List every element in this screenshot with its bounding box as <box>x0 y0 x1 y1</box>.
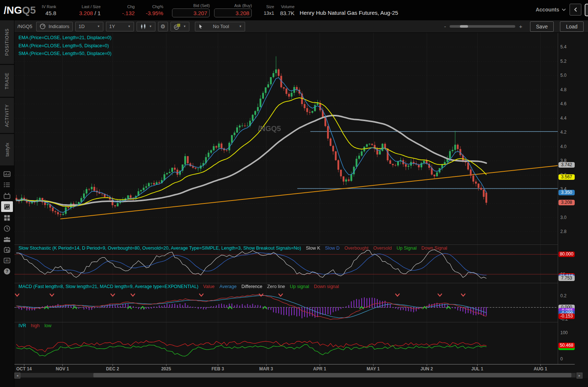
chg-field: Chg -.132 <box>122 4 135 17</box>
volume-field: Volume 83.7K <box>280 4 295 17</box>
scroll-right-button[interactable]: ► <box>577 373 582 379</box>
collapse-panel-button[interactable] <box>570 4 581 16</box>
zoom-in-button[interactable]: + <box>519 23 522 30</box>
chart-area: EMA (Price=CLOSE, Length=21, Displace=0)… <box>14 33 588 373</box>
time-axis-label: MAR 3 <box>259 366 273 371</box>
ask-button[interactable]: 3.208 <box>214 8 252 17</box>
chart-icon[interactable] <box>1 201 13 212</box>
time-axis[interactable]: OCT 14NOV 1DEC 22025FEB 3MAR 3APR 1MAY 1… <box>14 364 575 373</box>
sidebar-tab-positions[interactable]: POSITIONS <box>0 20 14 64</box>
axis-tick-label: 4.2 <box>560 130 567 135</box>
community-people-icon[interactable] <box>0 234 14 244</box>
iv-rank-field: IV Rank 45.8 <box>42 4 56 17</box>
iv-rank-label: IV Rank <box>42 4 56 10</box>
timeframe-value: 1D <box>79 24 85 29</box>
axis-tick-label: 100 <box>560 330 568 335</box>
cursor-icon <box>198 24 203 30</box>
bid-label: Bid (Sell) <box>193 3 210 8</box>
chevron-down-icon: ▼ <box>239 25 242 28</box>
ask-field: Ask (Buy) 3.208 <box>214 3 252 17</box>
axis-tick-label: 5.4 <box>560 44 567 49</box>
candlestick-icon <box>140 24 147 30</box>
trading-app-window: /NGQ5 IV Rank 45.8 Last / Size 3.208 / 1… <box>0 0 588 387</box>
bid-button[interactable]: 3.207 <box>172 8 210 17</box>
time-tick <box>266 364 267 366</box>
sidebar-tab-activity[interactable]: ACTIVITY <box>0 98 14 133</box>
bid-field: Bid (Sell) 3.207 <box>172 3 210 17</box>
chevron-down-icon: ▼ <box>128 25 131 28</box>
time-tick <box>373 364 374 366</box>
chevron-down-icon <box>562 8 566 11</box>
svg-text:?: ? <box>6 269 8 274</box>
dashboard-grid-icon[interactable] <box>0 212 14 223</box>
price-axis[interactable]: 5.45.25.04.84.64.44.24.03.83.63.43.23.02… <box>558 33 575 364</box>
scroll-left-button[interactable]: ◄ <box>14 373 20 379</box>
time-tick <box>427 364 427 366</box>
iv-rank-value: 45.8 <box>45 10 56 17</box>
time-tick <box>540 364 541 366</box>
scrollbar-thumb[interactable] <box>93 373 571 377</box>
size-value: 13x1 <box>264 10 274 17</box>
edge-cut-panel <box>585 4 588 16</box>
chg-pct-label: Chg% <box>152 4 163 10</box>
last-size-label: Last / Size <box>82 4 100 10</box>
chevron-down-icon: ▼ <box>149 25 152 28</box>
help-icon[interactable]: ? <box>0 266 14 277</box>
chevron-left-icon <box>574 7 577 12</box>
chart-settings-button[interactable]: ⚙ <box>158 22 168 31</box>
timeframe-dropdown[interactable]: 1D▼ <box>75 22 103 31</box>
axis-tick-label: 4.0 <box>560 144 567 149</box>
grid-layout-icon <box>174 23 180 30</box>
sidebar-tab-tastyfx[interactable]: tastyfx <box>0 134 14 165</box>
axis-tick-label: 4.8 <box>560 87 567 92</box>
zoom-slider-thumb[interactable] <box>460 25 468 28</box>
range-dropdown[interactable]: 1Y▼ <box>106 22 134 31</box>
horizontal-scrollbar: ◄ ► <box>14 372 588 378</box>
time-tick <box>320 364 320 366</box>
time-axis-label: MAY 1 <box>367 366 379 371</box>
sidebar-tab-trade[interactable]: TRADE <box>0 65 14 97</box>
grid-layout-dropdown[interactable]: ▼ <box>171 22 189 31</box>
bid-value: 3.207 <box>193 10 207 17</box>
zoom-slider[interactable] <box>450 25 515 28</box>
indicators-button[interactable]: Indicators <box>36 22 72 31</box>
time-axis-label: AUG 1 <box>534 366 547 371</box>
gear-icon: ⚙ <box>161 23 165 30</box>
drawing-tool-dropdown[interactable]: No Tool ▼ <box>195 22 245 31</box>
toolbar-symbol-label: /NGQ5 <box>17 24 32 29</box>
chg-value: -.132 <box>122 10 135 17</box>
time-tick <box>477 364 478 366</box>
quote-header: /NGQ5 IV Rank 45.8 Last / Size 3.208 / 1… <box>0 0 588 20</box>
replay-calendar-icon[interactable] <box>0 244 14 255</box>
range-value: 1Y <box>109 24 115 29</box>
load-button[interactable]: Load <box>560 21 584 32</box>
fi-icon[interactable]: FI <box>0 255 14 266</box>
save-button[interactable]: Save <box>530 21 554 32</box>
time-axis-label: FEB 3 <box>212 366 224 371</box>
time-axis-label: APR 1 <box>313 366 326 371</box>
zoom-control: - + <box>444 23 522 30</box>
axis-tick-label: 4.6 <box>560 101 567 106</box>
indicators-gauge-icon <box>39 23 46 30</box>
chg-pct-value: -3.95% <box>146 10 164 17</box>
axis-tick-label: 2.8 <box>560 229 567 234</box>
chart-type-dropdown[interactable]: ▼ <box>137 22 155 31</box>
chart-canvas[interactable] <box>14 33 558 364</box>
axis-tick-label: 0.2 <box>560 293 567 298</box>
axis-tick-label: 3.0 <box>560 215 567 220</box>
axis-price-bubble: 3.350 <box>558 190 575 195</box>
time-tick <box>113 364 113 366</box>
tv-icon[interactable] <box>0 190 14 201</box>
history-clock-icon[interactable] <box>0 223 14 234</box>
accounts-label: Accounts <box>536 7 559 13</box>
axis-price-bubble: 80.000 <box>558 251 575 257</box>
scrollbar-track[interactable] <box>20 373 576 377</box>
accounts-menu[interactable]: Accounts <box>536 7 566 13</box>
axis-tick-label: 5.2 <box>560 59 567 64</box>
size-field: Size 13x1 <box>264 4 274 17</box>
quotes-icon[interactable] <box>0 169 14 179</box>
last-size-qty: / 1 <box>93 10 101 16</box>
zoom-out-button[interactable]: - <box>444 23 446 30</box>
axis-price-bubble: -0.153 <box>558 314 575 319</box>
watchlist-icon[interactable] <box>0 179 14 190</box>
